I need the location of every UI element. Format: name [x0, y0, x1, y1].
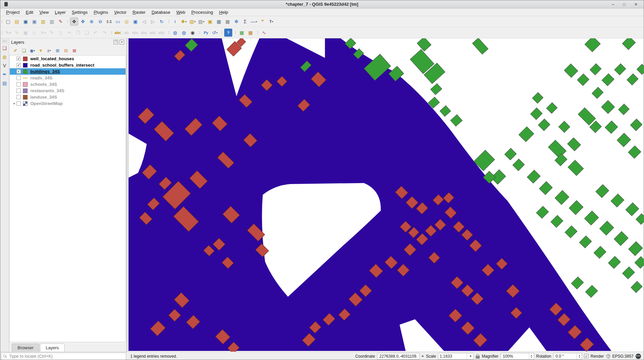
new-project-icon[interactable]: ▢ — [4, 17, 12, 26]
new-print-layout-icon[interactable]: ▥ — [39, 17, 47, 26]
data-source-manager-icon[interactable]: ❏ — [1, 44, 8, 52]
select-features-icon[interactable]: ▨▾ — [189, 17, 197, 26]
layer-item-restaurants_34S[interactable]: restaurants_34S — [10, 87, 126, 94]
spinner-arrows-icon[interactable]: ▲▼ — [577, 353, 582, 359]
layer-visibility-checkbox[interactable] — [16, 76, 21, 80]
collapse-all-icon[interactable]: ⊟ — [62, 47, 70, 54]
menu-database[interactable]: Database — [148, 9, 173, 15]
show-layout-manager-icon[interactable]: ▥ — [48, 17, 56, 26]
measure-line-icon[interactable]: —▾ — [250, 17, 258, 26]
layer-item-well_located_houses[interactable]: ✓well_located_houses — [10, 56, 126, 62]
pan-map-icon[interactable]: ✥ — [70, 17, 78, 26]
magnifier-spinbox[interactable]: ▲▼ — [501, 353, 534, 360]
open-project-icon[interactable]: ▤ — [13, 17, 21, 26]
run-feature-action-icon[interactable]: ✱▾ — [180, 17, 188, 26]
lock-scale-icon[interactable] — [476, 356, 480, 359]
rotation-spinbox[interactable]: ▲▼ — [553, 353, 582, 360]
layer-item-OpenStreetMap[interactable]: ▾OpenStreetMap — [10, 100, 126, 107]
locator-box[interactable] — [1, 353, 126, 360]
add-group-icon[interactable]: ❏ — [20, 47, 28, 54]
layer-item-roads_34S[interactable]: roads_34S — [10, 75, 126, 81]
map-canvas[interactable] — [129, 38, 644, 352]
pan-to-selection-icon[interactable]: ✥ — [79, 17, 87, 26]
close-button[interactable]: ✕ — [634, 0, 638, 8]
zoom-next-icon[interactable]: ▷ — [149, 17, 157, 26]
menu-web[interactable]: Web — [173, 9, 189, 15]
manage-map-themes-icon[interactable]: ◉▾ — [29, 47, 36, 54]
layer-visibility-checkbox[interactable]: ✓ — [16, 57, 21, 61]
save-project-icon[interactable]: ▣ — [22, 17, 30, 26]
identify-features-icon[interactable]: i — [171, 17, 179, 26]
save-project-as-icon[interactable]: ▣ — [30, 17, 38, 26]
locator-input[interactable] — [8, 353, 124, 359]
style-manager-icon[interactable]: ✎ — [57, 17, 65, 26]
zoom-native-icon[interactable]: 1:1 — [105, 17, 113, 26]
profile-tool-icon[interactable]: ∿ — [260, 29, 268, 37]
layer-visibility-checkbox[interactable]: ✓ — [16, 63, 21, 67]
layer-labeling-icon[interactable]: abc — [114, 29, 122, 37]
extents-toggle-icon[interactable]: ⌖ — [421, 354, 424, 359]
layer-visibility-checkbox[interactable] — [16, 95, 21, 99]
tab-layers[interactable]: Layers — [40, 344, 65, 352]
metasearch-icon[interactable]: ◍ — [171, 29, 179, 37]
processing-toolbox-icon[interactable]: ✻ — [232, 17, 240, 26]
add-spatialite-layer-icon[interactable]: ✒ — [1, 71, 8, 78]
panel-float-button[interactable]: ❐ — [113, 40, 118, 44]
scale-combo[interactable]: 1:1633 ▼ — [438, 353, 474, 360]
zoom-to-layer-icon[interactable]: ▣ — [131, 17, 139, 26]
coordinate-field[interactable] — [377, 353, 419, 360]
rotation-input[interactable] — [555, 354, 572, 359]
zoom-to-selection-icon[interactable]: ◎ — [123, 17, 131, 26]
magnifier-input[interactable] — [502, 354, 524, 359]
select-by-expression-icon[interactable]: ▨▾ — [197, 17, 205, 26]
menu-project[interactable]: Project — [3, 9, 23, 15]
minimize-button[interactable]: – — [612, 0, 614, 8]
open-attribute-table-icon[interactable]: ▦ — [215, 17, 223, 26]
processing-history-icon[interactable]: ↺▾ — [211, 29, 219, 37]
python-console-icon[interactable]: Py — [202, 29, 210, 37]
toolbar-drag-handle[interactable] — [2, 40, 7, 42]
quickmap-services-icon[interactable]: ▦ — [238, 29, 246, 37]
menu-layer[interactable]: Layer — [52, 9, 69, 15]
help-contents-icon[interactable]: ? — [224, 29, 232, 37]
coordinate-input[interactable] — [379, 354, 418, 359]
layer-visibility-checkbox[interactable] — [16, 88, 21, 93]
menu-help[interactable]: Help — [216, 9, 231, 15]
zoom-out-icon[interactable]: ⊖ — [96, 17, 104, 26]
zoom-in-icon[interactable]: ⊕ — [88, 17, 96, 26]
menu-vector[interactable]: Vector — [111, 9, 130, 15]
add-delimited-text-layer-icon[interactable]: V — [1, 62, 8, 69]
zoom-full-icon[interactable]: ▭ — [114, 17, 122, 26]
crs-button[interactable]: EPSG:3857 — [612, 354, 634, 359]
chevron-down-icon[interactable]: ▼ — [467, 353, 472, 359]
layer-item-landuse_34S[interactable]: landuse_34S — [10, 94, 126, 100]
menu-edit[interactable]: Edit — [23, 9, 36, 15]
layer-item-buildings_34S[interactable]: ✓buildings_34S — [10, 68, 126, 75]
filter-legend-icon[interactable]: ▼ — [37, 47, 44, 54]
qgis2web-icon[interactable]: ▦ — [246, 29, 255, 37]
filter-by-expression-icon[interactable]: ε▾ — [45, 47, 53, 54]
menu-processing[interactable]: Processing — [188, 9, 216, 15]
show-statistical-summary-icon[interactable]: Σ — [241, 17, 249, 26]
menu-plugins[interactable]: Plugins — [91, 9, 111, 15]
layer-visibility-checkbox[interactable]: ✓ — [16, 69, 21, 74]
zoom-last-icon[interactable]: ◁ — [140, 17, 148, 26]
refresh-map-icon[interactable]: ↻ — [158, 17, 166, 26]
osm-place-search-icon[interactable]: ◉ — [189, 29, 197, 37]
open-field-calculator-icon[interactable]: ▩ — [224, 17, 232, 26]
spinner-arrows-icon[interactable]: ▲▼ — [529, 353, 534, 359]
layer-item-road_school_buffers_intersect[interactable]: ✓road_school_buffers_intersect — [10, 62, 126, 68]
add-postgis-layer-icon[interactable]: ▤ — [1, 79, 8, 87]
remove-layer-icon[interactable]: ⊠ — [71, 47, 78, 54]
add-wms-layer-icon[interactable]: ◍ — [180, 29, 188, 37]
add-vector-layer-icon[interactable]: ◍ — [1, 53, 8, 61]
open-layer-styling-icon[interactable]: ✐ — [12, 47, 19, 54]
layer-visibility-checkbox[interactable] — [16, 101, 21, 106]
expand-all-icon[interactable]: ⊞ — [54, 47, 61, 54]
map-tips-icon[interactable]: ❞ — [259, 17, 267, 26]
render-checkbox[interactable]: ✓ — [584, 354, 588, 358]
layer-visibility-checkbox[interactable] — [16, 82, 21, 86]
expander-icon[interactable]: ▾ — [12, 102, 16, 105]
tab-browser[interactable]: Browser — [12, 344, 39, 352]
menu-settings[interactable]: Settings — [69, 9, 91, 15]
